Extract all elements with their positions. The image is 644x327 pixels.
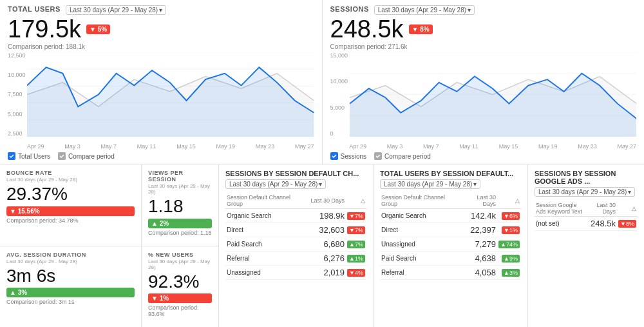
legend-total-users-box <box>8 152 15 160</box>
channel-value: 4,058 <box>461 266 497 280</box>
sessions-by-channel-panel: SESSIONS BY SESSION DEFAULT CH... Last 3… <box>219 164 374 327</box>
google-ads-table: Session Google Ads Keyword Text Last 30 … <box>535 201 638 231</box>
channel-label: Unassigned <box>380 237 461 252</box>
channel-delta: ▲3% <box>497 266 521 280</box>
channel-label: Direct <box>380 223 461 237</box>
ads-label: (not set) <box>535 217 586 231</box>
new-users-badge-row: ▼ 1% <box>148 293 212 303</box>
channel-delta: ▼6% <box>497 209 521 223</box>
metric-cards-right: VIEWS PER SESSION Last 30 days (Apr 29 -… <box>142 164 219 327</box>
channel-value: 198.9k <box>310 209 346 223</box>
sessions-svg <box>350 52 637 137</box>
channel-delta: ▲1% <box>346 252 366 266</box>
legend-sessions: Sessions <box>330 152 367 160</box>
sessions-comparison: Comparison period: 271.6k <box>330 43 637 50</box>
views-per-session-card: VIEWS PER SESSION Last 30 days (Apr 29 -… <box>142 164 218 246</box>
channel-delta: ▼4% <box>346 266 366 280</box>
channel-value: 7,279 <box>461 237 497 252</box>
sessions-title: SESSIONS <box>330 5 369 13</box>
users-channel-col2: Last 30 Days <box>461 193 497 209</box>
channel-value: 142.4k <box>461 209 497 223</box>
views-per-session-value: 1.18 <box>148 197 184 217</box>
users-channel-date-btn[interactable]: Last 30 days (Apr 29 - May 28) ▾ <box>380 179 480 189</box>
channel-delta: ▼7% <box>346 223 366 237</box>
ads-value: 248.5k <box>586 217 617 231</box>
bounce-rate-title: BOUNCE RATE <box>6 170 135 176</box>
sessions-badge: ▼ 8% <box>409 25 433 34</box>
table-row: Paid Search 4,638 ▲9% <box>380 252 521 266</box>
channel-label: Referral <box>380 266 461 280</box>
total-users-panel: TOTAL USERS Last 30 days (Apr 29 - May 2… <box>0 0 323 164</box>
channel-value: 2,019 <box>310 266 346 280</box>
avg-session-card: AVG. SESSION DURATION Last 30 days (Apr … <box>0 246 141 328</box>
bounce-rate-value: 29.37% <box>6 184 68 204</box>
google-ads-col3: △ <box>617 201 638 217</box>
channel-label: Paid Search <box>225 237 310 252</box>
channel-label: Organic Search <box>225 209 310 223</box>
google-ads-col2: Last 30 Days <box>586 201 617 217</box>
total-users-x-axis: Apr 29 May 3 May 7 May 11 May 15 May 19 … <box>27 143 314 150</box>
table-row: Direct 32,603 ▼7% <box>225 223 366 237</box>
sessions-channel-col2: Last 30 Days <box>310 193 346 209</box>
views-per-session-badge: ▲ 2% <box>148 219 212 228</box>
bounce-rate-subtitle: Last 30 days (Apr 29 - May 28) <box>6 177 135 183</box>
table-row: Organic Search 198.9k ▼7% <box>225 209 366 223</box>
legend-compare-period-2: Compare period <box>374 152 431 160</box>
sessions-y-axis: 15,000 10,000 5,000 0 <box>330 52 348 137</box>
table-row: Unassigned 2,019 ▼4% <box>225 266 366 280</box>
channel-value: 4,638 <box>461 252 497 266</box>
legend-total-users: Total Users <box>8 152 50 160</box>
legend-compare-period-1: Compare period <box>58 152 115 160</box>
legend-compare-box-1 <box>58 152 66 160</box>
sessions-channel-col1: Session Default Channel Group <box>225 193 310 209</box>
new-users-title: % NEW USERS <box>148 252 212 258</box>
avg-session-badge: ▲ 3% <box>6 288 135 297</box>
sessions-value: 248.5k <box>330 16 404 43</box>
google-ads-date-btn[interactable]: Last 30 days (Apr 29 - May 28) ▾ <box>535 187 635 197</box>
channel-value: 6,680 <box>310 237 346 252</box>
users-by-channel-panel: TOTAL USERS BY SESSION DEFAULT... Last 3… <box>374 164 528 327</box>
channel-label: Referral <box>225 252 310 266</box>
new-users-badge: ▼ 1% <box>148 293 212 303</box>
table-row: Referral 6,276 ▲1% <box>225 252 366 266</box>
total-users-value: 179.5k <box>8 16 81 43</box>
views-per-session-subtitle: Last 30 days (Apr 29 - May 28) <box>148 183 212 195</box>
avg-session-subtitle: Last 30 days (Apr 29 - May 28) <box>6 259 135 264</box>
sessions-channel-title: SESSIONS BY SESSION DEFAULT CH... <box>225 170 366 177</box>
total-users-badge: ▼ 5% <box>86 25 110 34</box>
total-users-comparison: Comparison period: 188.1k <box>8 43 314 50</box>
channel-value: 32,603 <box>310 223 346 237</box>
google-ads-panel: SESSIONS BY SESSION GOOGLE ADS ... Last … <box>528 164 644 327</box>
table-row: Paid Search 6,680 ▲7% <box>225 237 366 252</box>
total-users-svg-container <box>27 52 314 137</box>
sessions-date-btn[interactable]: Last 30 days (Apr 29 - May 28) ▾ <box>374 5 475 15</box>
channel-label: Unassigned <box>225 266 310 280</box>
sessions-panel: SESSIONS Last 30 days (Apr 29 - May 28) … <box>323 0 645 164</box>
table-row: Direct 22,397 ▼1% <box>380 223 521 237</box>
ads-delta: ▼8% <box>617 217 638 231</box>
table-row: Referral 4,058 ▲3% <box>380 266 521 280</box>
bounce-rate-badge-row: ▼ 15.56% <box>6 206 135 216</box>
total-users-date-btn[interactable]: Last 30 days (Apr 29 - May 28) ▾ <box>66 5 166 15</box>
google-ads-col1: Session Google Ads Keyword Text <box>535 201 586 217</box>
total-users-y-axis: 12,500 10,000 7,500 5,000 2,500 <box>8 52 26 137</box>
top-row: TOTAL USERS Last 30 days (Apr 29 - May 2… <box>0 0 644 164</box>
users-channel-title: TOTAL USERS BY SESSION DEFAULT... <box>380 170 521 177</box>
sessions-channel-date-btn[interactable]: Last 30 days (Apr 29 - May 28) ▾ <box>225 179 326 189</box>
users-channel-col1: Session Default Channel Group <box>380 193 461 209</box>
views-per-session-badge-row: ▲ 2% <box>148 219 212 228</box>
channel-label: Direct <box>225 223 310 237</box>
sessions-value-row: 248.5k ▼ 8% <box>330 16 637 43</box>
new-users-value-row: 92.3% <box>148 272 212 292</box>
sessions-x-axis: Apr 29 May 3 May 7 May 11 May 15 May 19 … <box>350 143 637 150</box>
table-row: Organic Search 142.4k ▼6% <box>380 209 521 223</box>
channel-label: Organic Search <box>380 209 461 223</box>
users-channel-col3: △ <box>497 193 521 209</box>
sessions-svg-container <box>350 52 637 137</box>
new-users-card: % NEW USERS Last 30 days (Apr 29 - May 2… <box>142 246 218 328</box>
bottom-row: BOUNCE RATE Last 30 days (Apr 29 - May 2… <box>0 164 644 327</box>
total-users-chart: 12,500 10,000 7,500 5,000 2,500 <box>8 52 314 150</box>
google-ads-title: SESSIONS BY SESSION GOOGLE ADS ... <box>535 170 638 185</box>
channel-label: Paid Search <box>380 252 461 266</box>
table-row: Unassigned 7,279 ▲74% <box>380 237 521 252</box>
